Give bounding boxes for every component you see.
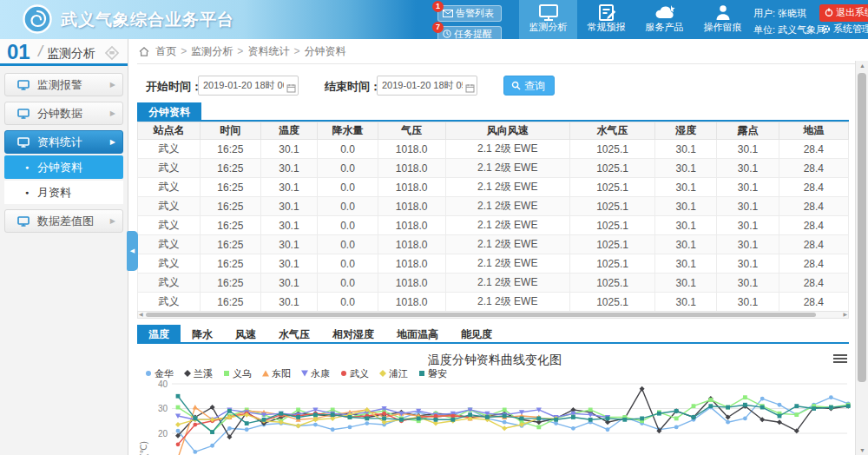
page-vertical-scrollbar[interactable]: ▲ ▼ (855, 61, 868, 455)
nav-label: 操作留痕 (694, 21, 752, 33)
table-cell: 1025.1 (569, 216, 654, 235)
table-cell: 30.1 (655, 235, 717, 254)
nav-item-监测分析[interactable]: 监测分析 (519, 0, 577, 39)
system-admin-button[interactable]: 系统管理 (821, 23, 868, 36)
breadcrumb-item[interactable]: 分钟资料 (304, 45, 345, 57)
scroll-right-arrow-icon[interactable]: ▶ (843, 312, 847, 318)
table-cell: 1018.0 (378, 178, 445, 197)
screen-icon (17, 76, 30, 97)
app-window: 武义气象综合业务平台 1告警列表7任务提醒 监测分析常规预报服务产品操作留痕 用… (0, 0, 868, 455)
chart-tab-降水[interactable]: 降水 (181, 325, 224, 344)
chart-tab-风速[interactable]: 风速 (224, 325, 267, 344)
table-cell: 武义 (138, 235, 201, 254)
alert-button-告警列表[interactable]: 1告警列表 (437, 5, 502, 22)
table-cell: 1018.0 (378, 140, 445, 159)
cloud-icon (635, 0, 694, 21)
table-row: 武义16:2530.10.01018.02.1 2级 EWE1025.130.1… (138, 178, 849, 197)
admin-label: 系统管理 (833, 23, 868, 34)
table-cell: 1025.1 (569, 140, 654, 159)
table-cell: 2.1 2级 EWE (445, 159, 569, 178)
table-header-cell: 降水量 (318, 122, 378, 140)
chart-tab-相对湿度[interactable]: 相对湿度 (321, 325, 385, 344)
sidebar-subitem-分钟资料[interactable]: ●分钟资料 (4, 155, 123, 179)
breadcrumb-item[interactable]: 监测分析 (191, 45, 233, 57)
search-button[interactable]: 查询 (503, 76, 555, 96)
horizontal-scroll-thumb[interactable] (146, 313, 816, 317)
sidebar-item-监测报警[interactable]: 监测报警▶ (4, 73, 123, 96)
alert-label: 任务提醒 (454, 29, 492, 39)
scroll-up-arrow-icon[interactable]: ▲ (856, 63, 868, 69)
table-cell: 0.0 (318, 293, 378, 312)
table-cell: 2.1 2级 EWE (445, 254, 569, 274)
chart-tab-地面温高[interactable]: 地面温高 (385, 325, 450, 344)
table-cell: 武义 (138, 216, 201, 235)
table-cell: 1025.1 (569, 159, 654, 178)
calendar-icon[interactable] (286, 81, 296, 96)
table-row: 武义16:2530.10.01018.02.1 2级 EWE1025.130.1… (138, 159, 849, 178)
end-time-input[interactable] (377, 76, 477, 96)
tab-minute-data[interactable]: 分钟资料 (137, 102, 201, 122)
section-number: 01 (7, 40, 30, 64)
user-unit-label: 单位: 武义气象局 (753, 23, 825, 36)
chart-tab-能见度[interactable]: 能见度 (450, 325, 503, 344)
sidebar-item-分钟数据[interactable]: 分钟数据▶ (4, 102, 123, 125)
chart-tabstrip: 温度降水风速水气压相对湿度地面温高能见度 (137, 325, 849, 344)
power-icon (825, 8, 833, 16)
table-cell: 0.0 (318, 274, 378, 293)
nav-item-服务产品[interactable]: 服务产品 (635, 0, 694, 39)
nav-item-操作留痕[interactable]: 操作留痕 (694, 0, 752, 39)
table-row: 武义16:2530.10.01018.02.1 2级 EWE1025.130.1… (138, 216, 849, 235)
table-cell: 30.1 (260, 140, 318, 159)
vertical-scroll-thumb[interactable] (858, 73, 866, 382)
table-cell: 28.4 (779, 293, 848, 312)
breadcrumb-item[interactable]: 首页 (155, 45, 176, 57)
scroll-down-arrow-icon[interactable]: ▼ (856, 447, 868, 453)
sidebar-subitem-月资料[interactable]: ●月资料 (4, 181, 123, 204)
gear-icon (821, 24, 831, 34)
notification-badge: 7 (432, 22, 444, 33)
report-icon (577, 0, 635, 21)
table-cell: 30.1 (260, 197, 318, 216)
table-cell: 1025.1 (569, 178, 654, 197)
scroll-left-arrow-icon[interactable]: ◀ (139, 312, 143, 318)
table-cell: 16:25 (201, 178, 261, 197)
table-horizontal-scrollbar[interactable]: ◀ ▶ (137, 311, 849, 319)
temperature-chart-panel: 温度分钟资料曲线变化图 金华兰溪义乌东阳永康武义浦江磐安 203040温度(℃) (137, 346, 852, 455)
table-cell: 30.1 (717, 254, 779, 274)
table-cell: 2.1 2级 EWE (445, 293, 569, 312)
sidebar-item-资料统计[interactable]: 资料统计▶ (4, 130, 123, 154)
monitor-icon (519, 0, 577, 21)
start-time-input[interactable] (198, 76, 299, 96)
calendar-icon[interactable] (465, 81, 475, 96)
chart-tab-温度[interactable]: 温度 (137, 325, 181, 344)
nav-item-常规预报[interactable]: 常规预报 (577, 0, 635, 39)
nav-label: 监测分析 (519, 21, 577, 33)
diamond-monitor-icon (103, 44, 121, 65)
table-cell: 1025.1 (569, 254, 654, 274)
sidebar-collapse-handle[interactable]: ◀ (127, 231, 138, 271)
bullet-icon: ● (25, 181, 29, 204)
menu-label: 监测报警 (37, 78, 82, 91)
sidebar-item-数据差值图[interactable]: 数据差值图▶ (4, 209, 123, 233)
chart-tab-水气压[interactable]: 水气压 (267, 325, 321, 344)
y-axis-title: 温度(℃) (139, 441, 148, 455)
table-row: 武义16:2530.10.01018.02.1 2级 EWE1025.130.1… (138, 197, 849, 216)
screen-icon (17, 212, 30, 234)
screen-icon (17, 104, 30, 126)
table-cell: 武义 (138, 197, 201, 216)
table-cell: 武义 (138, 178, 201, 197)
start-time-label: 开始时间： (146, 79, 202, 95)
logout-button[interactable]: 退出系统 (819, 4, 868, 22)
table-row: 武义16:2530.10.01018.02.1 2级 EWE1025.130.1… (138, 293, 849, 312)
table-cell: 1025.1 (569, 293, 654, 312)
table-header-cell: 地温 (779, 122, 848, 140)
table-cell: 30.1 (655, 254, 717, 274)
table-body: 武义16:2530.10.01018.02.1 2级 EWE1025.130.1… (138, 140, 849, 312)
table-cell: 30.1 (260, 178, 318, 197)
breadcrumb-item[interactable]: 资料统计 (247, 45, 289, 57)
data-tabstrip: 分钟资料 (137, 102, 849, 122)
y-axis-tick-label: 40 (158, 379, 168, 389)
table-cell: 30.1 (717, 178, 779, 197)
sidebar-menu: 监测报警▶分钟数据▶资料统计▶●分钟资料●月资料数据差值图▶ (0, 66, 128, 233)
table-cell: 28.4 (779, 140, 848, 159)
